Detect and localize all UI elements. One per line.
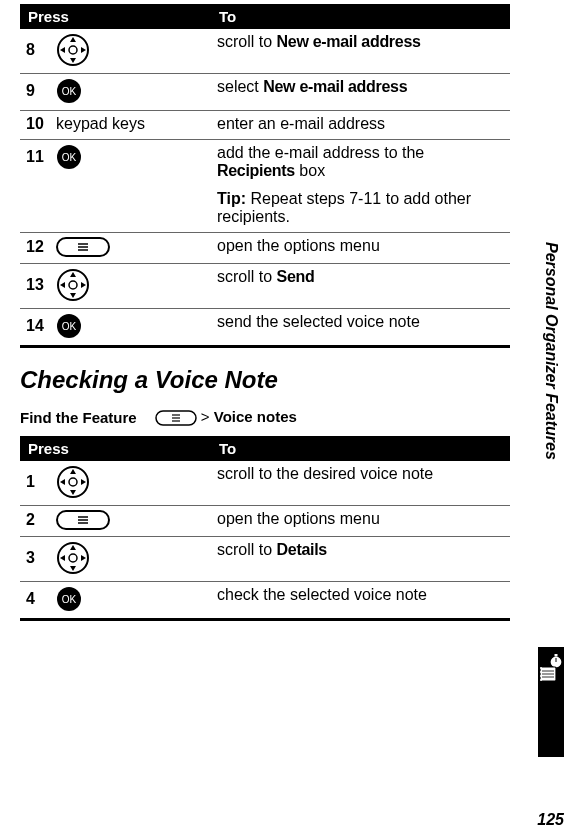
ok-icon: OK: [56, 144, 82, 170]
table-row: 11 OK add the e-mail address to the Reci…: [20, 140, 510, 187]
th-to: To: [211, 436, 510, 461]
to-bold: New e-mail address: [277, 33, 421, 50]
ok-icon: OK: [56, 78, 82, 104]
to-bold: Recipients: [217, 162, 295, 179]
svg-marker-3: [70, 58, 76, 63]
to-text: check the selected voice note: [217, 586, 427, 603]
table-row: 10 keypad keys enter an e-mail address: [20, 111, 510, 140]
side-tab: Personal Organizer Features: [538, 55, 564, 757]
svg-marker-17: [70, 293, 76, 298]
svg-rect-45: [555, 654, 558, 657]
step-num: 3: [26, 549, 48, 567]
to-text: scroll to: [217, 268, 277, 285]
to-text: enter an e-mail address: [217, 115, 385, 132]
to-text: add the e-mail address to the: [217, 144, 424, 161]
path-sep: >: [197, 408, 214, 425]
path-bold: Voice notes: [214, 408, 297, 425]
table-row: 8 s: [20, 29, 510, 74]
dpad-icon: [56, 465, 90, 499]
svg-marker-5: [81, 47, 86, 53]
svg-point-27: [69, 478, 77, 486]
table-row: 3 s: [20, 537, 510, 582]
steps-table-1: Press To 8: [20, 4, 510, 348]
step-num: 4: [26, 590, 48, 608]
svg-point-52: [540, 671, 542, 673]
step-num: 9: [26, 82, 48, 100]
table-row: 12 open the options menu: [20, 233, 510, 264]
dpad-icon: [56, 268, 90, 302]
step-num: 2: [26, 511, 48, 529]
svg-text:OK: OK: [62, 594, 77, 605]
to-text: send the selected voice note: [217, 313, 420, 330]
to-text: open the options menu: [217, 237, 380, 254]
svg-text:OK: OK: [62, 321, 77, 332]
find-feature-label: Find the Feature: [20, 409, 137, 426]
dpad-icon: [56, 33, 90, 67]
ok-icon: OK: [56, 586, 82, 612]
svg-point-37: [69, 554, 77, 562]
to-text: scroll to: [217, 33, 277, 50]
menu-key-icon: [155, 410, 197, 426]
svg-point-15: [69, 281, 77, 289]
table-row: 4 OK check the selected voice note: [20, 582, 510, 620]
to-bold: New e-mail address: [263, 78, 407, 95]
to-text: open the options menu: [217, 510, 380, 527]
svg-marker-28: [70, 469, 76, 474]
svg-marker-16: [70, 272, 76, 277]
dpad-icon: [56, 541, 90, 575]
svg-marker-31: [81, 479, 86, 485]
svg-point-53: [540, 675, 542, 677]
menu-key-icon: [56, 237, 110, 257]
side-label: Personal Organizer Features: [542, 55, 560, 647]
step-num: 10: [26, 115, 48, 133]
step-num: 13: [26, 276, 48, 294]
side-black-block: [538, 647, 564, 757]
step-num: 1: [26, 473, 48, 491]
to-text: scroll to the desired voice note: [217, 465, 433, 482]
to-text: scroll to: [217, 541, 277, 558]
tip-label: Tip:: [217, 190, 250, 207]
step-num: 14: [26, 317, 48, 335]
th-to: To: [211, 4, 510, 29]
th-press: Press: [20, 436, 211, 461]
step-num: 12: [26, 238, 48, 256]
table-row: 14 OK send the selected voice note: [20, 309, 510, 347]
svg-marker-41: [81, 555, 86, 561]
page-number: 125: [537, 811, 564, 829]
svg-marker-29: [70, 490, 76, 495]
svg-marker-2: [70, 37, 76, 42]
svg-marker-30: [60, 479, 65, 485]
th-press: Press: [20, 4, 211, 29]
svg-point-54: [540, 679, 542, 681]
svg-marker-39: [70, 566, 76, 571]
find-feature-line: Find the Feature > Voice notes: [20, 408, 510, 426]
svg-text:OK: OK: [62, 86, 77, 97]
to-text: select: [217, 78, 263, 95]
table-row: 9 OK select New e-mail address: [20, 74, 510, 111]
to-bold: Send: [277, 268, 315, 285]
table-row: 13: [20, 264, 510, 309]
svg-marker-18: [60, 282, 65, 288]
svg-marker-40: [60, 555, 65, 561]
table-row: 2 open the options menu: [20, 506, 510, 537]
ok-icon: OK: [56, 313, 82, 339]
stopwatch-planner-icon: [538, 653, 564, 691]
tip-text: Repeat steps 7-11 to add other recipient…: [217, 190, 471, 225]
svg-point-1: [69, 46, 77, 54]
svg-marker-38: [70, 545, 76, 550]
menu-key-icon: [56, 510, 110, 530]
table-row: Tip: Repeat steps 7-11 to add other reci…: [20, 186, 510, 233]
svg-point-51: [540, 667, 542, 669]
to-bold: Details: [277, 541, 327, 558]
table-row: 1 s: [20, 461, 510, 506]
svg-marker-19: [81, 282, 86, 288]
svg-text:OK: OK: [62, 152, 77, 163]
keypad-text: keypad keys: [56, 115, 145, 133]
section-title: Checking a Voice Note: [20, 366, 510, 394]
svg-marker-4: [60, 47, 65, 53]
steps-table-2: Press To 1: [20, 436, 510, 621]
step-num: 11: [26, 148, 48, 166]
step-num: 8: [26, 41, 48, 59]
to-text: box: [295, 162, 325, 179]
